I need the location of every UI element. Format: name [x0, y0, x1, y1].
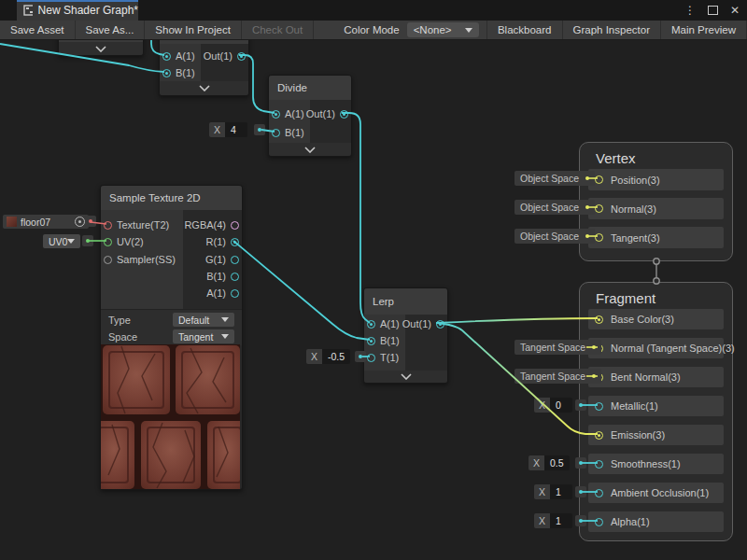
port-sampler-input[interactable]: [104, 256, 112, 264]
port-out-output[interactable]: [340, 110, 348, 119]
node-math-partial[interactable]: A(1) B(1) Out(1): [159, 34, 249, 96]
kebab-menu-icon[interactable]: ⋮: [684, 5, 696, 16]
edge[interactable]: [233, 241, 370, 340]
space-badge: Object Space: [514, 171, 595, 186]
shader-graph-canvas[interactable]: A(1) B(1) Out(1) Divide A(1) B(1) Out(1): [0, 0, 747, 560]
port-emission-input[interactable]: [595, 431, 603, 440]
port-b-input[interactable]: [367, 337, 375, 345]
inline-port-connector: [575, 399, 586, 411]
port-a-label: A(1): [206, 287, 226, 299]
fragment-context-block[interactable]: Fragment Base Color(3) Normal (Tangent S…: [579, 282, 733, 541]
port-b-input[interactable]: [272, 129, 280, 137]
save-as-button[interactable]: Save As...: [76, 21, 146, 39]
row-label: Tangent(3): [611, 232, 660, 244]
vertex-context-block[interactable]: Vertex Position(3) Normal(3) Tangent(3): [579, 142, 733, 261]
chevron-down-icon: [401, 373, 412, 380]
port-position-input[interactable]: [595, 175, 603, 184]
port-b-input[interactable]: [162, 69, 171, 77]
space-badge: Object Space: [514, 229, 595, 244]
document-tab[interactable]: New Shader Graph*: [17, 0, 138, 21]
port-a-label: A(1): [285, 108, 304, 119]
floor07-texture-preview: [101, 344, 240, 489]
maximize-icon[interactable]: [708, 6, 718, 15]
collapse-preview-button[interactable]: [59, 42, 143, 55]
port-a-label: A(1): [380, 318, 400, 329]
value-input[interactable]: 1: [550, 484, 572, 499]
port-ambient-occlusion-input[interactable]: [595, 489, 603, 497]
show-in-project-button[interactable]: Show In Project: [145, 21, 242, 39]
graph-inspector-toggle-button[interactable]: Graph Inspector: [563, 21, 661, 39]
x-component-label: X: [534, 398, 550, 413]
port-r-output[interactable]: [231, 238, 239, 246]
window-titlebar: New Shader Graph* ⋮ ✕: [0, 0, 747, 21]
value-input[interactable]: 0.5: [544, 455, 570, 470]
value-input[interactable]: 4: [225, 122, 247, 137]
port-uv-label: UV(2): [117, 236, 144, 247]
port-rgba-output[interactable]: [231, 221, 239, 230]
metallic-value-field[interactable]: X 0: [534, 398, 572, 413]
row-label: Smoothness(1): [611, 458, 681, 469]
uv-channel-value: UV0: [49, 236, 67, 247]
collapse-preview-button[interactable]: [269, 143, 351, 156]
node-lerp[interactable]: Lerp A(1) B(1) T(1) Out(1): [363, 287, 448, 384]
uv-channel-dropdown[interactable]: UV0: [43, 234, 80, 248]
main-preview-toggle-button[interactable]: Main Preview: [661, 21, 747, 39]
edge[interactable]: [436, 318, 598, 323]
port-dot-icon: [585, 205, 589, 209]
blackboard-toggle-button[interactable]: Blackboard: [486, 21, 563, 39]
divide-b-value-field[interactable]: X 4: [209, 122, 247, 137]
port-a-input[interactable]: [272, 110, 280, 119]
node-divide[interactable]: Divide A(1) B(1) Out(1): [268, 75, 352, 157]
x-component-label: X: [534, 484, 550, 499]
chevron-down-icon: [199, 85, 210, 91]
port-dot-icon: [585, 234, 589, 238]
texture-object-field[interactable]: floor07: [3, 215, 89, 229]
collapse-preview-button[interactable]: [364, 371, 447, 383]
value-input[interactable]: 1: [550, 513, 572, 528]
port-out-output[interactable]: [436, 320, 444, 329]
target-picker-icon[interactable]: [75, 217, 85, 227]
port-b-output[interactable]: [231, 273, 239, 281]
type-label: Type: [108, 315, 131, 326]
value-input[interactable]: -0.5: [322, 349, 350, 364]
save-asset-button[interactable]: Save Asset: [0, 21, 76, 39]
port-normal-input[interactable]: [595, 204, 603, 213]
port-b-label: B(1): [206, 271, 226, 282]
port-a-input[interactable]: [162, 52, 171, 61]
space-badge: Tangent Space: [514, 340, 601, 355]
close-icon[interactable]: ✕: [730, 5, 740, 16]
chevron-down-icon: [465, 28, 472, 33]
port-texture-input[interactable]: [104, 221, 112, 230]
port-metallic-input[interactable]: [595, 402, 603, 411]
port-smoothness-input[interactable]: [595, 460, 603, 469]
alpha-value-field[interactable]: X 1: [534, 513, 572, 528]
type-dropdown[interactable]: Default: [173, 313, 234, 327]
lerp-t-value-field[interactable]: X -0.5: [306, 349, 350, 364]
row-label: Emission(3): [611, 429, 665, 441]
port-base-color-input[interactable]: [595, 315, 603, 324]
row-label: Alpha(1): [611, 516, 650, 527]
collapse-preview-button[interactable]: [160, 81, 248, 95]
port-alpha-input[interactable]: [595, 518, 603, 526]
node-sample-texture-2d[interactable]: Sample Texture 2D Texture(T2) UV(2) Samp…: [100, 185, 243, 490]
chevron-down-icon: [67, 239, 75, 244]
port-uv-input[interactable]: [104, 238, 112, 246]
port-g-output[interactable]: [231, 256, 239, 264]
port-texture-label: Texture(T2): [117, 219, 169, 231]
ambient-occlusion-value-field[interactable]: X 1: [534, 484, 572, 499]
space-dropdown[interactable]: Tangent: [173, 329, 234, 343]
port-tangent-input[interactable]: [595, 233, 603, 242]
badge-label: Object Space: [520, 202, 579, 213]
inline-port-connector: [575, 457, 586, 469]
port-a-output[interactable]: [231, 289, 239, 298]
value-input[interactable]: 0: [550, 398, 572, 413]
node-title: Divide: [269, 76, 351, 100]
smoothness-value-field[interactable]: X 0.5: [529, 455, 570, 470]
check-out-button[interactable]: Check Out: [242, 21, 314, 39]
port-out-output[interactable]: [237, 52, 246, 61]
badge-label: Object Space: [520, 173, 579, 184]
chevron-down-icon: [221, 317, 229, 322]
port-a-input[interactable]: [367, 320, 375, 329]
port-t-input[interactable]: [367, 354, 375, 362]
color-mode-dropdown[interactable]: <None>: [407, 22, 479, 37]
